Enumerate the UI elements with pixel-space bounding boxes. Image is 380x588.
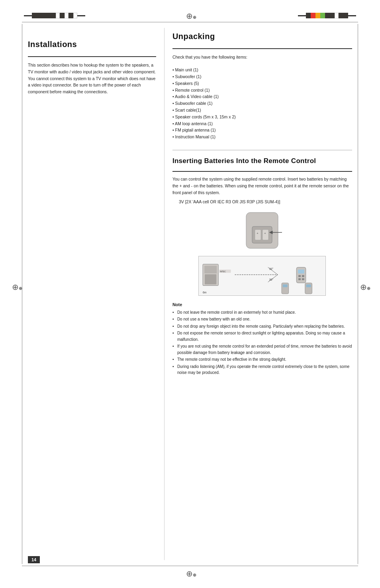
unpacking-title-box: Unpacking	[172, 32, 352, 49]
list-item: The remote control may not be effective …	[172, 356, 352, 363]
battery-voltage: 3V [2X 'AAA cell OR IEC R3 OR JIS R3P (J…	[179, 199, 352, 204]
batteries-title: Inserting Batteries Into the Remote Cont…	[172, 157, 352, 165]
border-left	[22, 24, 22, 564]
list-item: Do not drop any foreign object into the …	[172, 323, 352, 330]
installations-title-box: Installations	[28, 40, 156, 57]
list-item: Instruction Manual (1)	[172, 134, 352, 140]
list-item: Subwoofer (1)	[172, 73, 352, 80]
right-column: Unpacking Check that you have the follow…	[164, 28, 352, 560]
reg-mark-bottom: ⊕	[186, 569, 194, 577]
note-list: Do not leave the remote control in an ex…	[172, 309, 352, 376]
remote-top-diagram: + +	[222, 210, 302, 254]
border-bottom	[22, 566, 358, 566]
reg-mark-right: ⊕	[360, 282, 368, 290]
svg-rect-19	[298, 269, 305, 273]
list-item: Main unit (1)	[172, 67, 352, 73]
list-item: During radio listening (AM), if you oper…	[172, 364, 352, 376]
unpacking-section: Unpacking Check that you have the follow…	[172, 32, 352, 140]
border-top	[22, 22, 358, 22]
svg-rect-22	[299, 278, 301, 280]
left-column: Installations This section describes how…	[28, 28, 164, 560]
svg-rect-8	[204, 265, 217, 273]
list-item: FM pigtail antenna (1)	[172, 127, 352, 134]
svg-text:+: +	[264, 232, 266, 235]
svg-rect-27	[306, 284, 311, 287]
reg-mark-left: ⊕	[12, 282, 20, 290]
unpacking-title: Unpacking	[172, 32, 352, 41]
svg-rect-9	[205, 274, 216, 284]
list-item: AM loop antenna (1)	[172, 120, 352, 127]
svg-rect-21	[302, 275, 304, 277]
note-section: Note Do not leave the remote control in …	[172, 302, 352, 376]
list-item: If you are not using the remote control …	[172, 343, 352, 356]
batteries-description: You can control the system using the sup…	[172, 176, 352, 196]
main-content: Installations This section describes how…	[28, 28, 352, 560]
list-item: Speaker cords (5m x 3, 15m x 2)	[172, 114, 352, 120]
list-item: Subwoofer cable (1)	[172, 100, 352, 107]
svg-text:+: +	[257, 232, 259, 235]
color-bar-right	[298, 13, 356, 18]
reg-mark-top: ⊕	[186, 11, 194, 19]
svg-text:30°: 30°	[269, 267, 274, 270]
page: ⊕ ⊕ ⊕ ⊕ 14 Installations This section de…	[0, 0, 380, 588]
list-item: Do not use a new battery with an old one…	[172, 316, 352, 323]
svg-text:6m: 6m	[203, 291, 207, 294]
list-item: Scart cable(1)	[172, 107, 352, 114]
svg-rect-23	[302, 278, 304, 280]
svg-rect-25	[283, 284, 288, 287]
system-diagram: INTEC 30° 30° 6m	[198, 256, 326, 296]
list-item: Do not expose the remote sensor to direc…	[172, 330, 352, 342]
diagram-area: + +	[172, 210, 352, 296]
color-bar-left	[24, 13, 85, 18]
note-title: Note	[172, 302, 352, 307]
section-divider	[172, 150, 352, 150]
svg-text:30°: 30°	[269, 278, 274, 281]
batteries-title-box: Inserting Batteries Into the Remote Cont…	[172, 157, 352, 172]
list-item: Do not leave the remote control in an ex…	[172, 309, 352, 316]
border-right	[358, 24, 358, 564]
list-item: Remote control (1)	[172, 87, 352, 94]
installations-title: Installations	[28, 40, 156, 49]
unpacking-list: Main unit (1)Subwoofer (1)Speakers (5)Re…	[172, 67, 352, 140]
list-item: Speakers (5)	[172, 80, 352, 87]
installations-description: This section describes how to hookup the…	[28, 62, 156, 95]
unpacking-intro: Check that you have the following items:	[172, 54, 352, 60]
batteries-section: Inserting Batteries Into the Remote Cont…	[172, 157, 352, 376]
svg-text:INTEC: INTEC	[220, 271, 226, 273]
list-item: Audio & Video cable (1)	[172, 93, 352, 100]
svg-rect-20	[299, 275, 301, 277]
